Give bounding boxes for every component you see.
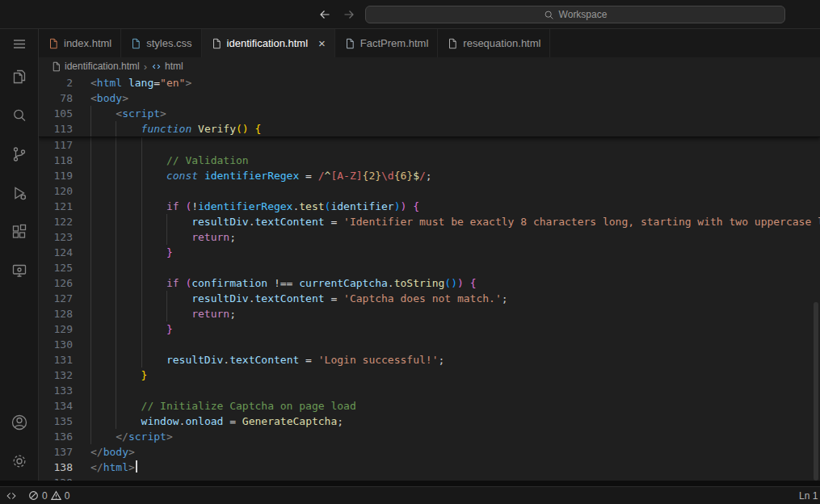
line-number: 135: [39, 414, 73, 429]
remote-indicator-button[interactable]: [0, 487, 23, 504]
cursor-position-label: Ln 1: [799, 490, 818, 502]
tab-label: identification.html: [227, 37, 308, 49]
horizontal-scrollbar[interactable]: [0, 481, 820, 486]
code-line-127[interactable]: 127resultDiv.textContent = 'Captcha does…: [39, 291, 820, 306]
sidebar-item-search[interactable]: [0, 96, 39, 135]
line-number: 129: [39, 321, 73, 337]
code-line-136[interactable]: 136</script>: [39, 429, 820, 444]
tab-resequation.html[interactable]: resequation.html: [438, 29, 550, 57]
arrow-left-icon: [318, 8, 331, 21]
tab-styles.css[interactable]: styles.css: [121, 29, 201, 57]
breadcrumb-symbol[interactable]: html: [151, 61, 183, 72]
title-bar: Workspace: [0, 0, 820, 29]
error-icon: [28, 490, 39, 501]
arrow-right-icon: [343, 8, 355, 21]
menu-button[interactable]: [0, 29, 39, 57]
code-line-2[interactable]: 2<html lang="en">: [39, 75, 820, 90]
line-number: 113: [39, 121, 73, 136]
line-number: 125: [39, 260, 73, 275]
code-line-132[interactable]: 132}: [39, 368, 820, 383]
indent-guide: [90, 137, 91, 153]
breadcrumb-file-label: identification.html: [65, 61, 140, 72]
code-line-129[interactable]: 129}: [39, 321, 820, 337]
remote-explorer-icon: [10, 261, 29, 280]
line-number: 117: [39, 137, 73, 153]
code-line-118[interactable]: 118// Validation: [39, 153, 820, 168]
indent-guide: [116, 337, 116, 352]
code-line-128[interactable]: 128return;: [39, 306, 820, 321]
tab-label: styles.css: [146, 37, 191, 49]
indent-guide: [90, 260, 91, 275]
settings-button[interactable]: [0, 442, 39, 481]
code-line-138[interactable]: 138</html>: [39, 460, 820, 475]
line-number: 133: [39, 383, 73, 398]
code-line-113[interactable]: 113function Verify() {: [39, 121, 820, 136]
code-editor[interactable]: 2<html lang="en">78<body>105<script>113f…: [39, 75, 820, 481]
tab-identification.html[interactable]: identification.html×: [202, 29, 335, 57]
line-number: 139: [39, 475, 73, 481]
sidebar-item-run-and-debug[interactable]: [0, 174, 39, 212]
vertical-scrollbar[interactable]: [812, 75, 820, 481]
code-line-125[interactable]: 125: [39, 260, 820, 275]
code-line-119[interactable]: 119const identifierRegex = /^[A-Z]{2}\d{…: [39, 168, 820, 183]
code-line-131[interactable]: 131resultDiv.textContent = 'Login succes…: [39, 352, 820, 368]
vscode-window: Workspace: [0, 0, 820, 504]
account-icon: [10, 413, 29, 432]
code-line-124[interactable]: 124}: [39, 245, 820, 260]
code-line-121[interactable]: 121if (!identifierRegex.test(identifier)…: [39, 199, 820, 214]
breadcrumb-symbol-label: html: [165, 61, 183, 72]
code-line-126[interactable]: 126if (confirmation !== currentCaptcha.t…: [39, 275, 820, 291]
code-line-105[interactable]: 105<script>: [39, 106, 820, 121]
line-number: 118: [39, 153, 73, 168]
line-number: 131: [39, 352, 73, 368]
error-count: 0: [42, 490, 48, 502]
sidebar-item-explorer[interactable]: [0, 57, 39, 96]
file-html-icon: [447, 38, 458, 49]
remote-icon: [6, 490, 17, 502]
file-icon: [51, 61, 61, 72]
cursor-position-button[interactable]: Ln 1: [793, 487, 820, 504]
breadcrumb-file[interactable]: identification.html: [51, 61, 140, 72]
file-html-icon: [344, 38, 355, 49]
close-tab-icon[interactable]: ×: [318, 37, 326, 49]
scrollbar-thumb[interactable]: [814, 302, 818, 481]
accounts-button[interactable]: [0, 403, 39, 442]
breadcrumb: identification.html › html: [39, 57, 820, 75]
search-icon: [544, 10, 554, 20]
code-line-117[interactable]: 117: [39, 137, 820, 153]
html-symbol-icon: [151, 61, 162, 72]
command-center-search[interactable]: Workspace: [365, 6, 785, 23]
sidebar-item-source-control[interactable]: [0, 135, 39, 174]
extensions-icon: [10, 222, 29, 242]
line-number: 137: [39, 444, 73, 460]
code-line-78[interactable]: 78<body>: [39, 90, 820, 106]
code-line-133[interactable]: 133: [39, 383, 820, 398]
code-line-139[interactable]: 139: [39, 475, 820, 481]
files-icon: [10, 67, 29, 86]
code-line-134[interactable]: 134// Initialize Captcha on page load: [39, 398, 820, 414]
run-and-debug-icon: [10, 183, 29, 203]
code-line-122[interactable]: 122resultDiv.textContent = 'Identifier m…: [39, 214, 820, 229]
back-button[interactable]: [315, 6, 334, 23]
forward-button[interactable]: [339, 6, 359, 23]
tab-FactPrem.html[interactable]: FactPrem.html: [335, 29, 439, 57]
indent-guide: [90, 337, 91, 352]
code-line-130[interactable]: 130: [39, 337, 820, 352]
line-number: 105: [39, 106, 73, 121]
tab-index.html[interactable]: index.html: [39, 29, 121, 57]
status-bar: 0 0 Ln 1: [0, 486, 820, 504]
line-number: 121: [39, 199, 73, 214]
line-number: 123: [39, 229, 73, 245]
code-line-123[interactable]: 123return;: [39, 229, 820, 245]
source-control-icon: [10, 145, 29, 164]
sidebar-item-remote-explorer[interactable]: [0, 251, 39, 290]
code-line-135[interactable]: 135window.onload = GenerateCaptcha;: [39, 414, 820, 429]
code-line-137[interactable]: 137</body>: [39, 444, 820, 460]
warning-count: 0: [65, 490, 70, 502]
indent-guide: [116, 383, 116, 398]
sidebar-item-extensions[interactable]: [0, 212, 39, 251]
problems-button[interactable]: 0 0: [23, 487, 75, 504]
file-css-icon: [130, 38, 141, 49]
code-line-120[interactable]: 120: [39, 183, 820, 199]
indent-guide: [141, 137, 142, 153]
